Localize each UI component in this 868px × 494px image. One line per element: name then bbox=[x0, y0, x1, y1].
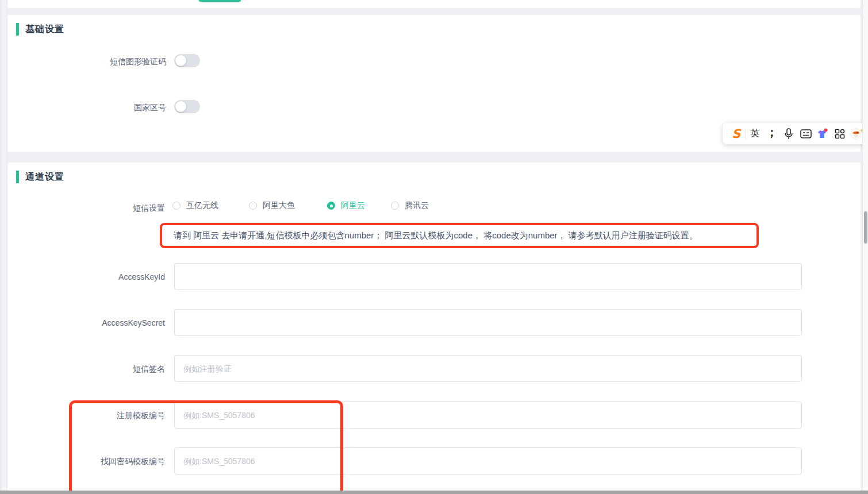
channel-settings-card: 通道设置 短信设置 互亿无线 阿里大鱼 阿里云 腾讯云 请到 阿里云 去申请开通… bbox=[7, 163, 861, 494]
access-key-secret-label: AccessKeySecret bbox=[42, 317, 165, 329]
radio-circle-icon bbox=[391, 202, 399, 210]
sms-captcha-toggle[interactable] bbox=[174, 54, 200, 67]
access-key-id-label: AccessKeyId bbox=[42, 271, 165, 283]
radio-circle-icon bbox=[327, 202, 335, 210]
provider-radio-tencent[interactable]: 腾讯云 bbox=[391, 200, 429, 211]
section-title-text: 基础设置 bbox=[25, 24, 64, 36]
toggle-knob bbox=[175, 55, 186, 66]
access-key-secret-input[interactable] bbox=[174, 309, 802, 336]
keyboard-icon[interactable] bbox=[798, 123, 814, 144]
toggle-knob bbox=[175, 101, 186, 112]
country-code-toggle[interactable] bbox=[174, 100, 200, 113]
sogou-logo-icon[interactable]: S bbox=[728, 123, 744, 144]
country-code-toggle-label: 国家区号 bbox=[43, 102, 166, 113]
aliyun-notice-text: 请到 阿里云 去申请开通,短信模板中必须包含number； 阿里云默认模板为co… bbox=[162, 230, 698, 241]
scrollbar-thumb[interactable] bbox=[864, 211, 867, 244]
register-template-input[interactable] bbox=[174, 402, 802, 429]
punctuation-icon[interactable]: ； bbox=[764, 121, 780, 142]
skin-icon[interactable] bbox=[815, 123, 831, 144]
scrolled-card-remnant bbox=[7, 0, 861, 8]
window-bottom-edge bbox=[0, 491, 868, 494]
access-key-id-input[interactable] bbox=[174, 263, 802, 290]
aliyun-notice-box: 请到 阿里云 去申请开通,短信模板中必须包含number； 阿里云默认模板为co… bbox=[160, 223, 759, 248]
toolbar-divider bbox=[746, 129, 746, 139]
reset-password-template-input[interactable] bbox=[174, 447, 802, 474]
collapsed-sidebar-edge bbox=[0, 0, 7, 494]
provider-radio-alidayu[interactable]: 阿里大鱼 bbox=[249, 200, 295, 211]
radio-circle-icon bbox=[249, 202, 257, 210]
sms-signature-label: 短信签名 bbox=[42, 363, 165, 375]
english-mode-icon[interactable]: 英 bbox=[747, 123, 763, 144]
toolbox-grid-icon[interactable] bbox=[832, 123, 848, 144]
section-accent-bar bbox=[16, 171, 19, 183]
provider-radio-huyi[interactable]: 互亿无线 bbox=[172, 200, 218, 211]
save-button-partial[interactable] bbox=[199, 0, 241, 2]
sms-setting-label: 短信设置 bbox=[42, 202, 165, 214]
channel-settings-title: 通道设置 bbox=[16, 171, 64, 183]
register-template-label: 注册模板编号 bbox=[42, 410, 165, 421]
sms-signature-input[interactable] bbox=[174, 355, 802, 382]
microphone-icon[interactable] bbox=[781, 123, 797, 144]
section-title-text: 通道设置 bbox=[25, 171, 64, 183]
radio-circle-icon bbox=[172, 202, 180, 210]
scrollbar-track[interactable] bbox=[862, 0, 868, 494]
section-accent-bar bbox=[16, 23, 19, 36]
basic-settings-title: 基础设置 bbox=[16, 23, 64, 36]
provider-radio-aliyun[interactable]: 阿里云 bbox=[327, 200, 365, 211]
ime-toolbar: S 英 ； bbox=[723, 123, 868, 144]
sms-captcha-toggle-label: 短信图形验证码 bbox=[43, 56, 166, 67]
reset-password-template-label: 找回密码模板编号 bbox=[42, 456, 165, 467]
